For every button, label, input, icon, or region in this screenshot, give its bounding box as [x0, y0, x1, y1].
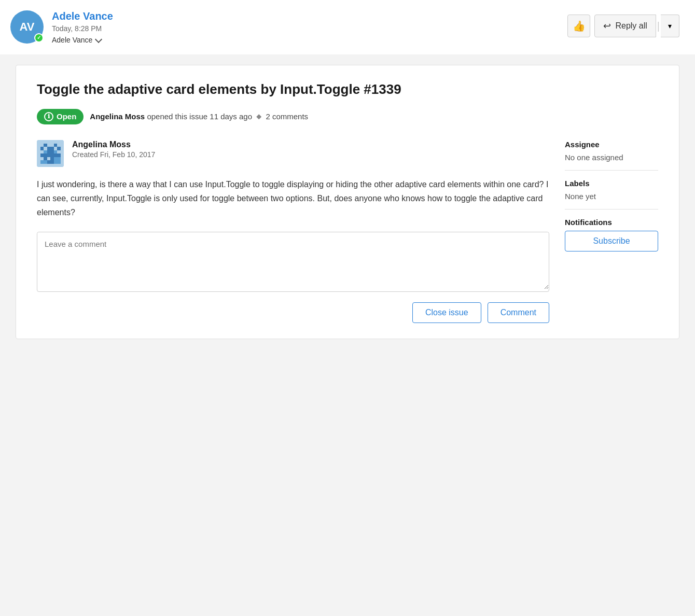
sender-sub: Adele Vance: [52, 36, 113, 44]
comment-author-name: Angelina Moss: [72, 140, 155, 149]
svg-rect-4: [47, 147, 51, 150]
svg-rect-8: [47, 150, 54, 153]
svg-rect-2: [54, 143, 58, 147]
svg-rect-9: [54, 150, 58, 153]
issue-meta-text: Angelina Moss opened this issue 11 days …: [90, 112, 308, 121]
status-badge: ℹ Open: [37, 109, 84, 124]
labels-label: Labels: [565, 179, 658, 188]
avatar-container: AV: [10, 10, 44, 44]
online-badge: [34, 33, 44, 43]
sender-section: AV Adele Vance Today, 8:28 PM Adele Vanc…: [10, 10, 113, 44]
svg-rect-6: [57, 147, 61, 150]
separator: |: [657, 15, 660, 37]
reply-all-dropdown-button[interactable]: ▾: [661, 15, 679, 37]
issue-meta: ℹ Open Angelina Moss opened this issue 1…: [37, 109, 658, 124]
comment-actions: Close issue Comment: [37, 302, 549, 323]
reply-all-button[interactable]: ↩ Reply all: [594, 15, 656, 37]
subscribe-button[interactable]: Subscribe: [565, 231, 658, 251]
assignee-value: No one assigned: [565, 153, 658, 162]
comment-author-info: Angelina Moss Created Fri, Feb 10, 2017: [72, 140, 155, 159]
reply-icon: ↩: [603, 20, 611, 32]
comment-textarea[interactable]: [37, 232, 549, 289]
chevron-down-icon: [94, 36, 102, 44]
comment-header: Angelina Moss Created Fri, Feb 10, 2017: [37, 140, 549, 167]
status-icon: ℹ: [44, 112, 53, 121]
svg-rect-1: [44, 143, 47, 147]
svg-rect-7: [44, 150, 47, 153]
notifications-label: Notifications: [565, 218, 658, 227]
sidebar-divider-2: [565, 209, 658, 209]
chevron-down-icon: ▾: [668, 22, 672, 30]
thumbs-up-icon: 👍: [573, 20, 586, 32]
main-content: Angelina Moss Created Fri, Feb 10, 2017 …: [37, 140, 658, 324]
header-actions: 👍 ↩ Reply all | ▾: [567, 15, 679, 37]
svg-rect-3: [40, 147, 44, 150]
sidebar-divider-1: [565, 170, 658, 171]
sender-info: Adele Vance Today, 8:28 PM Adele Vance: [52, 10, 113, 44]
email-header: AV Adele Vance Today, 8:28 PM Adele Vanc…: [0, 0, 695, 54]
comment-box: [37, 232, 549, 292]
issue-title: Toggle the adaptive card elements by Inp…: [37, 81, 658, 99]
reply-all-group: ↩ Reply all | ▾: [594, 15, 679, 37]
send-time: Today, 8:28 PM: [52, 24, 113, 33]
svg-rect-10: [40, 153, 61, 157]
comment-button[interactable]: Comment: [488, 302, 549, 323]
comment-body: I just wondering, is there a way that I …: [37, 177, 549, 220]
svg-rect-15: [47, 160, 54, 164]
issue-card: Toggle the adaptive card elements by Inp…: [16, 65, 679, 339]
svg-rect-12: [50, 157, 54, 160]
comment-avatar: [37, 140, 64, 167]
meta-dot: [256, 114, 261, 119]
comment-created-date: Created Fri, Feb 10, 2017: [72, 150, 155, 159]
svg-rect-16: [54, 160, 61, 164]
svg-rect-14: [40, 160, 47, 164]
svg-rect-5: [50, 147, 54, 150]
comment-section: Angelina Moss Created Fri, Feb 10, 2017 …: [37, 140, 549, 324]
thumbs-up-button[interactable]: 👍: [567, 15, 590, 37]
svg-rect-11: [44, 157, 47, 160]
sender-name: Adele Vance: [52, 10, 113, 22]
labels-value: None yet: [565, 192, 658, 201]
assignee-label: Assignee: [565, 140, 658, 149]
svg-rect-13: [54, 157, 61, 160]
close-issue-button[interactable]: Close issue: [412, 302, 481, 323]
sidebar: Assignee No one assigned Labels None yet…: [565, 140, 658, 324]
